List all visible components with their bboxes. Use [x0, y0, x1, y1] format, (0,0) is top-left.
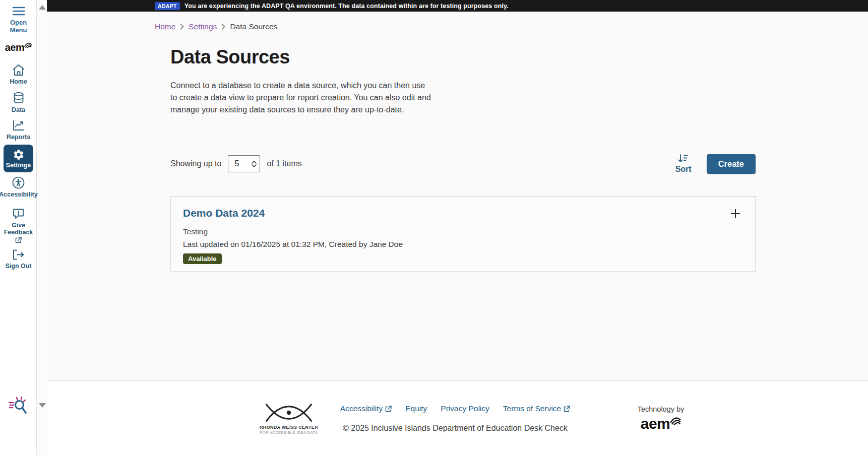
sidebar-item-give-feedback[interactable]: Give Feedback: [0, 208, 37, 243]
footer: RHONDA WEISS CENTER FOR ACCESSIBLE IDEA …: [47, 380, 868, 455]
sign-out-icon: [12, 249, 25, 261]
qa-environment-banner: ADAPT You are experiencing the ADAPT QA …: [47, 0, 868, 12]
sidebar-item-sign-out[interactable]: Sign Out: [0, 249, 37, 270]
page-description: Connect to a database to create a data s…: [170, 80, 432, 116]
sidebar-item-accessibility[interactable]: Accessibility: [0, 176, 37, 198]
showing-prefix: Showing up to: [170, 159, 221, 168]
contrast-scanner-widget[interactable]: [8, 396, 29, 415]
aem-sidebar-logo: aem: [0, 42, 37, 52]
adapt-badge: ADAPT: [155, 2, 180, 10]
breadcrumb-current: Data Sources: [230, 22, 277, 31]
technology-by-block: Technology by aem: [615, 405, 706, 431]
accessibility-icon: [12, 176, 25, 189]
sidebar-item-label: Data: [12, 106, 25, 113]
breadcrumb-home-link[interactable]: Home: [155, 22, 175, 31]
footer-link-label: Terms of Service: [503, 404, 561, 413]
aem-logo-text: aem: [641, 417, 670, 431]
stepper-down-icon[interactable]: [252, 164, 257, 167]
sidebar-item-label: Sign Out: [5, 263, 31, 270]
sort-button[interactable]: Sort: [675, 154, 692, 174]
chevron-right-icon: [221, 24, 225, 30]
sidebar-item-label: Reports: [7, 134, 30, 141]
list-toolbar: Showing up to of 1 items Sort Create: [170, 153, 756, 175]
main-area: ADAPT You are experiencing the ADAPT QA …: [47, 0, 868, 455]
home-icon: [12, 64, 25, 76]
footer-link-privacy-policy[interactable]: Privacy Policy: [441, 404, 489, 413]
copyright-text: © 2025 Inclusive Islands Department of E…: [322, 424, 589, 433]
breadcrumb-settings-link[interactable]: Settings: [189, 22, 217, 31]
technology-by-label: Technology by: [615, 405, 706, 413]
sidebar-item-label: Settings: [6, 162, 31, 169]
feedback-bubble-icon: [12, 208, 25, 220]
footer-link-label: Accessibility: [340, 404, 383, 413]
page-size-stepper[interactable]: [252, 161, 257, 167]
sidebar-item-settings[interactable]: Settings: [4, 145, 33, 172]
create-button[interactable]: Create: [707, 154, 756, 174]
sidebar-item-reports[interactable]: Reports: [0, 119, 37, 141]
center-tagline: FOR ACCESSIBLE IDEA DATA: [249, 430, 329, 435]
expand-card-button[interactable]: [728, 206, 743, 221]
open-menu-label: Open Menu: [7, 19, 31, 34]
sidebar: Open Menu aem Home Data Reports Settings: [0, 0, 37, 455]
center-name: RHONDA WEISS CENTER: [249, 425, 329, 430]
sort-label: Sort: [675, 165, 692, 174]
page-scrollbar[interactable]: [37, 0, 47, 455]
sidebar-item-label: Home: [10, 78, 27, 85]
external-link-icon: [564, 406, 570, 412]
data-source-title-link[interactable]: Demo Data 2024: [183, 207, 743, 219]
scroll-up-arrow[interactable]: [39, 5, 46, 10]
footer-link-label: Equity: [405, 404, 427, 413]
rhonda-weiss-center-logo: RHONDA WEISS CENTER FOR ACCESSIBLE IDEA …: [249, 402, 329, 435]
open-menu-button[interactable]: Open Menu: [0, 6, 37, 34]
aem-logo-swirl-icon: [670, 417, 681, 427]
chart-icon: [12, 119, 25, 132]
footer-links: Accessibility Equity Privacy Policy Term…: [322, 404, 589, 413]
data-source-meta: Last updated on 01/16/2025 at 01:32 PM, …: [183, 240, 743, 249]
data-source-subtitle: Testing: [183, 227, 743, 236]
aem-logo-text: aem: [5, 42, 25, 52]
breadcrumb: Home Settings Data Sources: [155, 22, 277, 31]
page-size-input[interactable]: [234, 159, 245, 168]
showing-control: Showing up to of 1 items: [170, 155, 302, 172]
footer-link-equity[interactable]: Equity: [405, 404, 427, 413]
sidebar-item-label: Give Feedback: [3, 222, 35, 236]
database-icon: [12, 92, 25, 104]
footer-link-accessibility[interactable]: Accessibility: [340, 404, 392, 413]
gear-icon: [13, 149, 25, 161]
eye-x-logo-icon: [264, 402, 314, 423]
page-size-control: [228, 155, 260, 172]
sidebar-item-label: Accessibility: [0, 191, 38, 198]
stepper-up-icon[interactable]: [252, 161, 257, 164]
external-link-icon: [15, 237, 22, 243]
external-link-icon: [385, 406, 392, 412]
plus-icon: [730, 208, 741, 219]
magnifier-sparkle-icon: [8, 396, 29, 415]
status-badge: Available: [183, 253, 222, 264]
showing-suffix: of 1 items: [267, 159, 301, 168]
footer-link-label: Privacy Policy: [441, 404, 489, 413]
sort-icon: [677, 154, 690, 164]
scroll-down-arrow[interactable]: [39, 403, 46, 408]
data-source-card: Demo Data 2024 Testing Last updated on 0…: [170, 196, 756, 272]
sidebar-item-home[interactable]: Home: [0, 64, 37, 85]
banner-message: You are experiencing the ADAPT QA enviro…: [184, 3, 509, 10]
chevron-right-icon: [180, 24, 184, 30]
footer-link-terms-of-service[interactable]: Terms of Service: [503, 404, 570, 413]
hamburger-icon: [12, 6, 25, 17]
aem-footer-logo: aem: [641, 417, 681, 431]
sidebar-item-data[interactable]: Data: [0, 92, 37, 113]
page-title: Data Sources: [170, 46, 290, 68]
aem-logo-swirl-icon: [24, 42, 32, 49]
